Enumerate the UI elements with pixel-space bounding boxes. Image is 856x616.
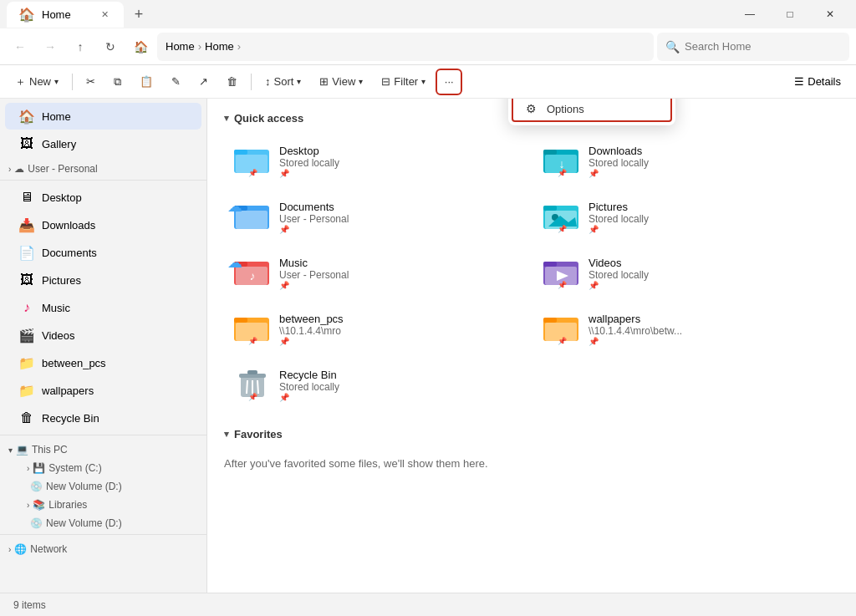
toolbar-separator-2 bbox=[251, 74, 252, 90]
more-options-button[interactable]: ··· bbox=[436, 69, 462, 95]
sidebar-item-music[interactable]: ♪ Music 📌 bbox=[5, 294, 201, 321]
up-button[interactable]: ↑ bbox=[67, 33, 94, 60]
more-icon: ··· bbox=[445, 75, 454, 88]
maximize-button[interactable]: □ bbox=[771, 0, 809, 28]
new-button[interactable]: ＋ New ▾ bbox=[7, 69, 67, 95]
view-icon: ⊞ bbox=[319, 75, 329, 88]
between-pcs-item-sub: \\10.1.4.4\mro bbox=[279, 325, 344, 337]
sidebar-new-vol-d2-label: New Volume (D:) bbox=[46, 517, 122, 529]
sidebar-item-between-pcs[interactable]: 📁 between_pcs 📌 bbox=[5, 349, 201, 376]
this-pc-icon: 💻 bbox=[16, 444, 28, 456]
search-box[interactable]: 🔍 bbox=[657, 33, 849, 61]
delete-button[interactable]: 🗑 bbox=[218, 69, 246, 95]
list-item[interactable]: 📌 Recycle Bin Stored locally 📌 bbox=[224, 359, 530, 411]
forward-button[interactable]: → bbox=[37, 33, 64, 60]
home-tab[interactable]: 🏠 Home ✕ bbox=[7, 2, 124, 28]
options-icon: ⚙ bbox=[523, 102, 538, 115]
downloads-folder-icon: ↓ 📌 bbox=[543, 141, 580, 181]
cloud-icon: ☁ bbox=[14, 163, 24, 175]
breadcrumb[interactable]: Home › Home › bbox=[157, 33, 654, 61]
sidebar-item-videos[interactable]: 🎬 Videos 📌 bbox=[5, 322, 201, 349]
tab-close-button[interactable]: ✕ bbox=[97, 7, 112, 22]
documents-pin-badge: 📌 bbox=[279, 225, 349, 234]
filter-button[interactable]: ⊟ Filter ▾ bbox=[373, 69, 434, 95]
music-name: Music bbox=[279, 257, 349, 269]
filter-icon: ⊟ bbox=[381, 75, 390, 88]
sidebar-group-this-pc[interactable]: ▾ 💻 This PC bbox=[0, 439, 206, 457]
sidebar-downloads-label: Downloads bbox=[42, 219, 173, 232]
list-item[interactable]: 📌 Videos Stored locally 📌 bbox=[533, 247, 839, 299]
refresh-button[interactable]: ↻ bbox=[97, 33, 124, 60]
pictures-folder-info: Pictures Stored locally 📌 bbox=[588, 201, 649, 234]
system-c-icon: 💾 bbox=[33, 462, 45, 474]
home-icon: 🏠 bbox=[18, 109, 35, 125]
paste-button[interactable]: 📋 bbox=[131, 69, 161, 95]
list-item[interactable]: 📌 wallpapers \\10.1.4.4\mro\betw... 📌 bbox=[533, 303, 839, 355]
new-vol-d1-icon: 💿 bbox=[30, 481, 43, 492]
sidebar-item-network[interactable]: › 🌐 Network bbox=[0, 538, 206, 557]
list-item[interactable]: ♪ ☁ Music User - Personal 📌 bbox=[224, 247, 530, 299]
music-pin-badge: 📌 bbox=[279, 281, 349, 290]
videos-icon: 🎬 bbox=[18, 328, 35, 344]
documents-icon: 📄 bbox=[18, 245, 35, 261]
downloads-sub: Stored locally bbox=[588, 157, 649, 169]
sidebar-item-desktop[interactable]: 🖥 Desktop 📌 bbox=[5, 184, 201, 211]
search-input[interactable] bbox=[685, 40, 841, 53]
desktop-name: Desktop bbox=[279, 145, 339, 157]
sidebar-item-wallpapers[interactable]: 📁 wallpapers 📌 bbox=[5, 377, 201, 404]
sidebar-item-system-c[interactable]: › 💾 System (C:) bbox=[0, 457, 206, 476]
breadcrumb-current: Home bbox=[205, 40, 234, 53]
downloads-folder-info: Downloads Stored locally 📌 bbox=[588, 145, 649, 178]
copy-button[interactable]: ⧉ bbox=[105, 69, 130, 95]
list-item[interactable]: 📌 Desktop Stored locally 📌 bbox=[224, 135, 530, 187]
network-chevron-icon: › bbox=[8, 545, 11, 554]
search-icon: 🔍 bbox=[665, 40, 680, 53]
paste-icon: 📋 bbox=[140, 75, 153, 88]
sidebar-item-new-volume-d1[interactable]: 💿 New Volume (D:) bbox=[0, 476, 206, 494]
sidebar-item-pictures[interactable]: 🖼 Pictures 📌 bbox=[5, 267, 201, 293]
between-pcs-icon: 📁 bbox=[18, 355, 35, 371]
sort-label: Sort bbox=[274, 75, 294, 88]
list-item[interactable]: 📌 between_pcs \\10.1.4.4\mro 📌 bbox=[224, 303, 530, 355]
between-pcs-folder-info: between_pcs \\10.1.4.4\mro 📌 bbox=[279, 313, 344, 346]
close-button[interactable]: ✕ bbox=[811, 0, 849, 28]
share-button[interactable]: ↗ bbox=[191, 69, 217, 95]
context-menu-options[interactable]: ⚙ Options bbox=[512, 99, 672, 122]
list-item[interactable]: ☁ Documents User - Personal 📌 bbox=[224, 191, 530, 243]
sidebar-item-downloads[interactable]: 📥 Downloads 📌 bbox=[5, 211, 201, 238]
minimize-button[interactable]: — bbox=[731, 0, 769, 28]
view-button[interactable]: ⊞ View ▾ bbox=[311, 69, 371, 95]
details-button[interactable]: ☰ Details bbox=[786, 72, 849, 91]
list-item[interactable]: ↓ 📌 Downloads Stored locally 📌 bbox=[533, 135, 839, 187]
sidebar-item-recycle-bin[interactable]: 🗑 Recycle Bin 📌 bbox=[5, 405, 201, 431]
pictures-name: Pictures bbox=[588, 201, 649, 213]
videos-pin-indicator: 📌 bbox=[558, 281, 567, 289]
favorites-header[interactable]: ▾ Favorites bbox=[224, 428, 839, 440]
sidebar-system-c-label: System (C:) bbox=[48, 462, 101, 474]
sort-button[interactable]: ↕ Sort ▾ bbox=[257, 69, 309, 95]
rename-button[interactable]: ✎ bbox=[163, 69, 189, 95]
videos-folder-icon: 📌 bbox=[543, 253, 580, 293]
favorites-empty-text: After you've favorited some files, we'll… bbox=[224, 451, 839, 476]
sidebar-between-pcs-label: between_pcs bbox=[42, 357, 173, 369]
downloads-icon: 📥 bbox=[18, 217, 35, 233]
desktop-icon: 🖥 bbox=[18, 190, 35, 205]
sidebar-pictures-label: Pictures bbox=[42, 274, 173, 287]
sidebar-item-gallery[interactable]: 🖼 Gallery bbox=[5, 130, 201, 157]
home-button[interactable]: 🏠 bbox=[127, 33, 154, 60]
wallpapers-icon: 📁 bbox=[18, 383, 35, 399]
sidebar-item-libraries[interactable]: › 📚 Libraries bbox=[0, 494, 206, 512]
sidebar-group-user[interactable]: › ☁ User - Personal bbox=[0, 158, 206, 176]
recycle-bin-icon: 🗑 bbox=[18, 410, 35, 425]
new-tab-button[interactable]: + bbox=[127, 3, 150, 26]
back-button[interactable]: ← bbox=[7, 33, 33, 60]
sidebar-item-home[interactable]: 🏠 Home bbox=[5, 103, 201, 130]
list-item[interactable]: 📌 Pictures Stored locally 📌 bbox=[533, 191, 839, 243]
new-chevron: ▾ bbox=[54, 77, 59, 86]
quick-access-grid: 📌 Desktop Stored locally 📌 ↓ bbox=[224, 135, 839, 411]
cut-button[interactable]: ✂ bbox=[78, 69, 104, 95]
new-label: New bbox=[29, 75, 51, 88]
sidebar-item-documents[interactable]: 📄 Documents 📌 bbox=[5, 239, 201, 266]
sidebar-item-new-volume-d2[interactable]: 💿 New Volume (D:) bbox=[0, 512, 206, 531]
window-controls: — □ ✕ bbox=[731, 0, 849, 28]
